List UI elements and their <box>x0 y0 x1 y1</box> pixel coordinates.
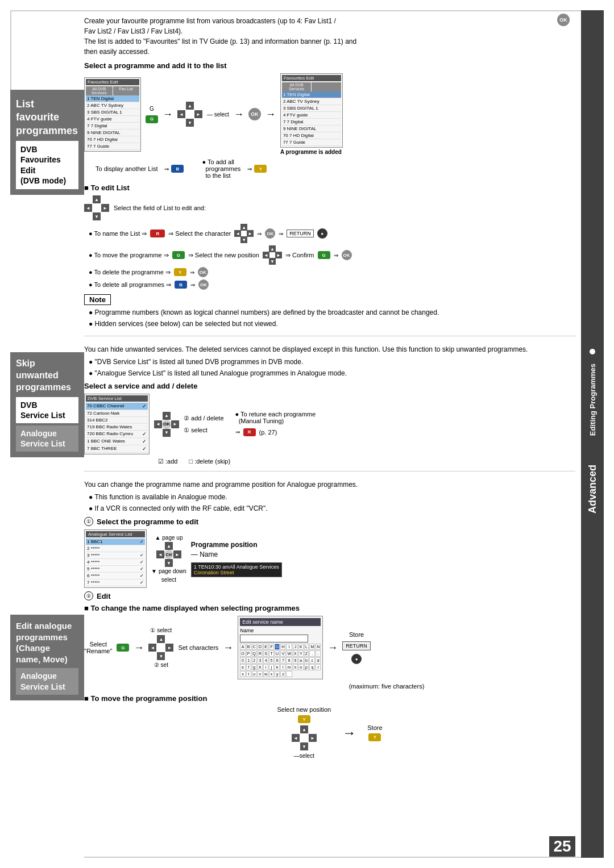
fav-row-sel: 1 TEN Digital <box>282 91 341 98</box>
sidebar-section2: Skipunwantedprogrammes DVB Service List … <box>10 352 84 457</box>
dpad-char: ▲ ▼ ◄ ► <box>234 224 254 243</box>
col-fav-list2 <box>312 82 341 91</box>
dvb-row-6: 1 BBC ONE Wales✓ <box>86 438 148 445</box>
char-K: K <box>298 644 304 650</box>
arrow3: → <box>265 108 276 120</box>
note-area: Note Programme numbers (known as logical… <box>84 294 575 329</box>
analog-row-2: 2 ***** <box>86 545 145 552</box>
step1-diagram: Analogue Service List 1 BBC1✓ 2 ***** 3 … <box>84 529 575 588</box>
select-char-arrow: ⇒ Select the character <box>168 230 231 237</box>
char-space <box>286 671 292 677</box>
char-8: 8 <box>286 657 292 663</box>
left-sidebar: Listfavouriteprogrammes DVB Favourites E… <box>10 10 84 858</box>
select-label1: — select <box>207 111 229 118</box>
arrow-ok2: ⇒ <box>334 252 338 258</box>
char-I: I <box>286 644 292 650</box>
char-a: a <box>298 657 304 663</box>
char-m-lc: m <box>286 664 292 670</box>
dpad-dvb-right: ► <box>171 420 179 428</box>
yellow-btn2: Y <box>174 268 186 276</box>
char-6: 6 <box>275 657 280 663</box>
fav-row2-3: 3 SBS DIGITAL 1 <box>282 105 341 112</box>
set-chars-label: Set characters <box>178 644 218 651</box>
y-btn-area-store: Y <box>368 733 381 741</box>
bullet-name-list: ● To name the List ⇒ <box>89 230 147 237</box>
green-btn-rename: G <box>117 644 129 652</box>
arrow-ok4: ⇒ <box>190 282 195 288</box>
dpad-move-down: ▼ <box>269 258 276 265</box>
char-O: O <box>240 650 245 657</box>
char-R: R <box>258 650 263 657</box>
step2-label: Edit <box>97 592 111 600</box>
sidebar-section1: Listfavouriteprogrammes DVB Favourites E… <box>10 90 84 195</box>
spacer1 <box>10 195 84 352</box>
char-0: 0 <box>240 657 245 663</box>
fav-row2-7: 70 7 HD Digital <box>282 132 341 139</box>
section-fav-programmes: Create your favourite programme list fro… <box>84 14 575 336</box>
select-label-step1: select <box>161 577 176 583</box>
move-pos-end: Store Y <box>367 724 382 741</box>
fav-cols2: All DVB Services <box>282 82 341 91</box>
dpad-rename-up: ▲ <box>157 635 165 643</box>
green-btn1: G <box>146 115 158 123</box>
char-dot: . <box>309 650 315 657</box>
check-delete-label: □ :delete (skip) <box>189 458 230 465</box>
char-S: S <box>263 650 268 657</box>
change-name-heading: ■ To change the name displayed when sele… <box>84 604 575 612</box>
char-k-lc: k <box>275 664 280 670</box>
dpad-dvb-left: ◄ <box>154 420 162 428</box>
dpad-rename-right: ► <box>165 644 173 652</box>
ok-btn5: OK <box>198 267 208 277</box>
add-all-area: To display another List ⇒ B ● To add all… <box>96 158 575 179</box>
service-list-label3: Service List <box>20 682 74 692</box>
fav-cols: All DVB Services Fav List <box>86 86 139 95</box>
editing-programmes-label: Editing Programmes <box>588 358 597 441</box>
dvb-mode-label: (DVB mode) <box>20 176 74 186</box>
circle-btn1: ● <box>317 228 327 239</box>
sidebar-skip-label: Skipunwantedprogrammes <box>16 358 78 393</box>
info-service: All Analogue Services <box>230 564 279 570</box>
sidebar-dvb-service: DVB Service List <box>16 397 78 423</box>
y-arrow-label: ⇒ <box>247 166 252 172</box>
fav-row2-4: 4 FTV guide <box>282 112 341 119</box>
char-p-lc: p <box>304 664 309 670</box>
red-btn: R <box>150 229 165 237</box>
page-down-label: page down <box>159 568 186 574</box>
dvb-row-4: 719 BBC Radio Wales <box>86 424 148 431</box>
move-pos-diagram: Select new position Y ▲ ▼ ◄ ► —select → … <box>84 706 575 759</box>
g-button-area: G G <box>146 106 158 123</box>
set-step-label: ② set <box>154 662 168 668</box>
prog-pos-area: Programme position — Name 1 TEN 10:30 am… <box>191 541 282 577</box>
yellow-btn: Y <box>254 165 267 173</box>
rename-controls: ① select ▲ ▼ ◄ ► ② set <box>148 627 173 668</box>
sidebar-dvb-fav: DVB Favourites Edit (DVB mode) <box>16 141 78 189</box>
dvb-list-title: DVB Service List <box>86 395 148 402</box>
sidebar-analogue-service: Analogue Service List <box>16 425 78 452</box>
ok-btn6: OK <box>198 279 209 290</box>
dpad-move-pos: ▲ ▼ ◄ ► <box>292 725 317 750</box>
select-label-dvb: ① select <box>184 427 224 434</box>
advanced-label: Advanced <box>587 459 599 519</box>
service-list-label: Service List <box>20 410 74 420</box>
y-btn-area-move: Y <box>298 715 310 723</box>
char-v-lc: v <box>258 671 263 677</box>
yellow-btn-store: Y <box>368 733 381 741</box>
analog-title: Analogue Service List <box>86 531 145 537</box>
service-list-label2: Service List <box>20 439 74 449</box>
add-delete-label: ② add / delete <box>184 415 224 422</box>
char-Q: Q <box>252 650 257 657</box>
dpad-step1-left: ◄ <box>156 550 164 558</box>
dpad-move: ▲ ▼ ◄ ► <box>263 245 282 265</box>
char-J: J <box>293 644 298 650</box>
info-bar-top: 1 TEN 10:30 am All Analogue Services <box>194 564 279 570</box>
char-U: U <box>275 650 280 657</box>
char-T: T <box>269 650 274 657</box>
green-btn2: G <box>172 251 185 259</box>
skip-intro: You can hide unwanted services. The dele… <box>84 344 575 354</box>
name-field-label: Name <box>240 628 321 633</box>
dpad-right1: ► <box>194 110 202 118</box>
sidebar-analogue-service2: Analogue Service List <box>16 668 78 694</box>
char-Y: Y <box>298 650 304 657</box>
char-s-lc: s <box>240 671 245 677</box>
sidebar-edit-label: Edit analogueprogrammes(Changename, Move… <box>16 620 78 665</box>
